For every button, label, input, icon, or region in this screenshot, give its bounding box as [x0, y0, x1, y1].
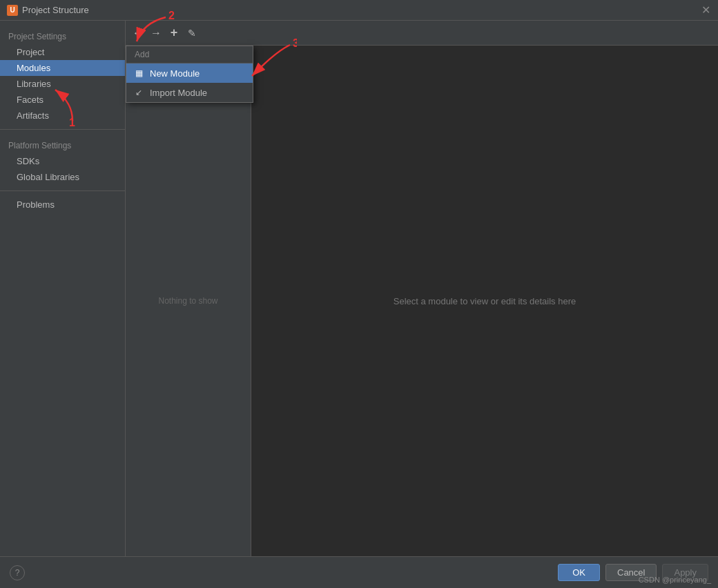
import-module-icon: ↙ — [133, 87, 144, 98]
import-module-label: Import Module — [150, 88, 207, 98]
select-module-text: Select a module to view or edit its deta… — [394, 296, 576, 306]
back-button[interactable]: ← — [130, 25, 146, 41]
project-settings-label: Project Settings — [0, 26, 125, 44]
sidebar-item-sdks[interactable]: SDKs — [0, 153, 125, 169]
sidebar-divider-1 — [0, 129, 125, 130]
sidebar-item-project[interactable]: Project — [0, 44, 125, 60]
content-area: ← → + ✎ Add ▦ New Module ↙ Import Module… — [126, 21, 718, 556]
new-module-label: New Module — [150, 68, 200, 79]
bottom-left: ? — [10, 565, 25, 580]
app-icon: U — [7, 5, 18, 16]
sidebar-artifacts-label: Artifacts — [17, 110, 49, 121]
sidebar-divider-2 — [0, 190, 125, 191]
sidebar-global-libraries-label: Global Libraries — [17, 172, 79, 182]
new-module-item[interactable]: ▦ New Module — [126, 63, 253, 83]
sidebar: Project Settings Project Modules Librari… — [0, 21, 126, 556]
nothing-to-show-text: Nothing to show — [158, 296, 217, 306]
toolbar: ← → + ✎ — [126, 21, 718, 46]
sidebar-libraries-label: Libraries — [17, 79, 51, 89]
sidebar-problems-label: Problems — [17, 199, 55, 210]
platform-settings-label: Platform Settings — [0, 135, 125, 153]
sidebar-item-artifacts[interactable]: Artifacts — [0, 108, 125, 124]
new-module-icon: ▦ — [133, 68, 144, 79]
sidebar-item-libraries[interactable]: Libraries — [0, 76, 125, 92]
bottom-bar: ? OK Cancel Apply — [0, 556, 718, 588]
close-button[interactable]: ✕ — [700, 5, 711, 16]
dropdown-header: Add — [126, 46, 253, 63]
sidebar-item-global-libraries[interactable]: Global Libraries — [0, 169, 125, 185]
detail-panel: Select a module to view or edit its deta… — [251, 46, 718, 556]
import-module-item[interactable]: ↙ Import Module — [126, 83, 253, 102]
add-button[interactable]: + — [166, 25, 182, 41]
sidebar-project-label: Project — [17, 47, 44, 57]
title-bar-text: Project Structure — [22, 5, 700, 15]
content-body: Nothing to show Select a module to view … — [126, 46, 718, 556]
sidebar-facets-label: Facets — [17, 95, 43, 105]
sidebar-item-modules[interactable]: Modules — [0, 60, 125, 76]
sidebar-item-facets[interactable]: Facets — [0, 92, 125, 108]
watermark: CSDN @princeyang_ — [639, 576, 711, 584]
sidebar-sdks-label: SDKs — [17, 156, 39, 166]
forward-button[interactable]: → — [148, 25, 164, 41]
module-empty-state: Nothing to show — [126, 46, 251, 556]
help-button[interactable]: ? — [10, 565, 25, 580]
module-panel: Nothing to show — [126, 46, 251, 556]
dropdown-menu: Add ▦ New Module ↙ Import Module — [126, 46, 253, 103]
ok-button[interactable]: OK — [558, 564, 600, 581]
edit-button[interactable]: ✎ — [184, 25, 200, 41]
title-bar: U Project Structure ✕ — [0, 0, 718, 21]
main-container: Project Settings Project Modules Librari… — [0, 21, 718, 556]
sidebar-item-problems[interactable]: Problems — [0, 197, 125, 213]
sidebar-modules-label: Modules — [17, 63, 50, 73]
